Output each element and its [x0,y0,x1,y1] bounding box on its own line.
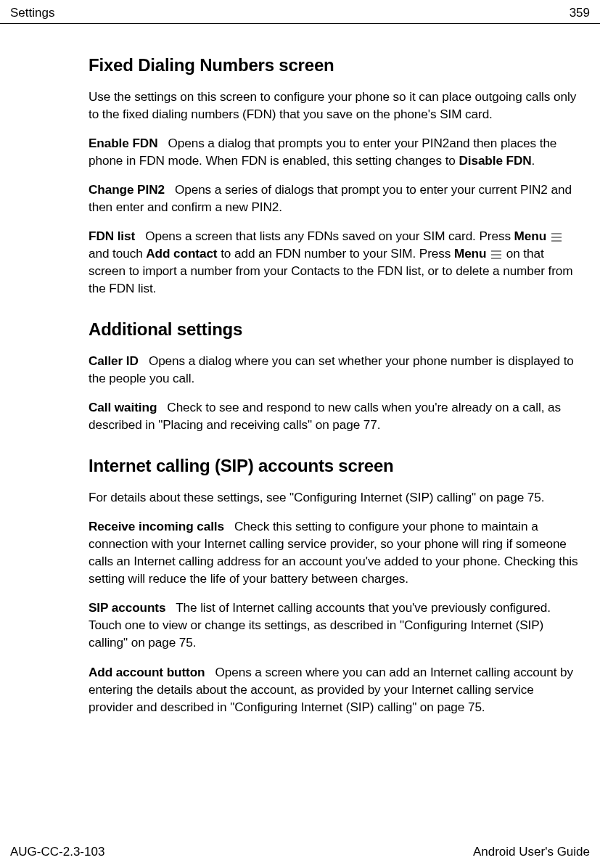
svg-rect-0 [551,233,562,234]
heading-fdn-screen: Fixed Dialing Numbers screen [89,53,578,78]
item-enable-fdn: Enable FDN Opens a dialog that prompts y… [89,134,578,169]
label-call-waiting: Call waiting [89,400,157,414]
page-footer: AUG-CC-2.3-103 Android User's Guide [0,845,600,868]
svg-rect-5 [491,258,501,259]
item-fdn-list: FDN list Opens a screen that lists any F… [89,227,578,297]
fdn-intro: Use the settings on this screen to confi… [89,88,578,123]
svg-rect-2 [551,240,562,242]
label-caller-id: Caller ID [89,353,139,368]
heading-additional-settings: Additional settings [89,317,578,342]
label-add-account: Add account button [89,665,205,679]
page-content: Fixed Dialing Numbers screen Use the set… [0,24,600,716]
label-enable-fdn: Enable FDN [89,136,157,150]
text-caller-id: Opens a dialog where you can set whether… [89,353,574,385]
fdn-list-menu2: Menu [454,246,486,261]
footer-guide: Android User's Guide [473,845,590,859]
label-change-pin2: Change PIN2 [89,182,165,197]
heading-sip-accounts: Internet calling (SIP) accounts screen [89,454,578,478]
header-page-number: 359 [570,6,590,20]
menu-icon [551,233,562,242]
item-caller-id: Caller ID Opens a dialog where you can s… [89,352,578,387]
menu-icon [491,250,501,259]
text-enable-fdn-after: . [532,153,535,168]
svg-rect-3 [491,250,501,252]
page-header: Settings 359 [0,0,600,24]
fdn-list-menu1: Menu [514,229,546,243]
text-call-waiting: Check to see and respond to new calls wh… [89,400,561,432]
label-receive-incoming: Receive incoming calls [89,519,224,533]
item-change-pin2: Change PIN2 Opens a series of dialogs th… [89,181,578,216]
sip-intro: For details about these settings, see "C… [89,488,578,506]
item-add-account: Add account button Opens a screen where … [89,663,578,716]
fdn-list-p3: to add an FDN number to your SIM. Press [218,246,454,261]
fdn-list-p1: Opens a screen that lists any FDNs saved… [145,229,514,243]
fdn-list-add-contact: Add contact [146,246,217,261]
footer-doc-id: AUG-CC-2.3-103 [10,845,104,859]
fdn-list-p2: and touch [89,246,146,261]
text-disable-fdn: Disable FDN [459,153,531,168]
item-sip-accounts: SIP accounts The list of Internet callin… [89,599,578,651]
header-section: Settings [10,6,54,20]
label-sip-accounts: SIP accounts [89,600,165,615]
svg-rect-4 [491,254,501,255]
item-call-waiting: Call waiting Check to see and respond to… [89,398,578,433]
item-receive-incoming: Receive incoming calls Check this settin… [89,517,578,587]
svg-rect-1 [551,237,562,238]
label-fdn-list: FDN list [89,229,135,243]
